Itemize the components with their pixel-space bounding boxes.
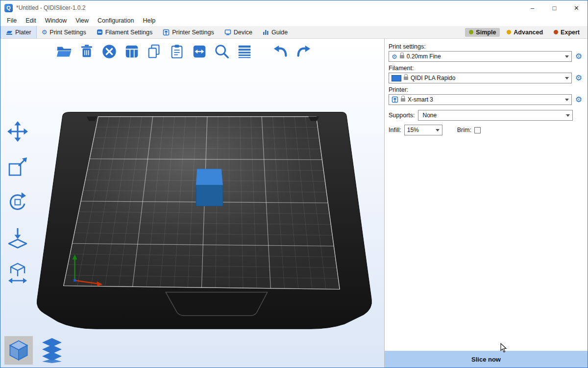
scene-3d (0, 39, 384, 368)
tab-plater-label: Plater (15, 29, 31, 36)
title-bar: Q *Untitled - QIDISlicer-1.0.2 – □ ✕ (0, 0, 588, 15)
tab-guide[interactable]: Guide (258, 26, 293, 38)
viewport-toolbar (55, 43, 312, 60)
printer-icon (163, 29, 170, 36)
settings-sidebar: Print settings: ⚙ 0.20mm Fine ⚙ Filament… (384, 39, 588, 368)
menu-edit[interactable]: Edit (21, 15, 41, 26)
supports-value: None (421, 112, 437, 119)
mode-simple-label: Simple (476, 29, 496, 36)
tab-filament-settings[interactable]: Filament Settings (92, 26, 158, 38)
tab-device[interactable]: Device (220, 26, 258, 38)
filament-color-swatch (392, 75, 401, 81)
chevron-down-icon (566, 114, 570, 117)
mode-expert[interactable]: Expert (550, 28, 584, 37)
print-settings-value: 0.20mm Fine (407, 53, 441, 60)
printer-gear-button[interactable]: ⚙ (574, 95, 584, 105)
paste-icon[interactable] (168, 43, 186, 60)
lock-icon (400, 55, 404, 58)
advanced-dot-icon (507, 30, 511, 34)
menu-file[interactable]: File (2, 15, 21, 26)
tab-guide-label: Guide (271, 29, 288, 36)
menu-configuration[interactable]: Configuration (93, 15, 138, 26)
bed-handle (166, 292, 267, 315)
window-controls: – □ ✕ (521, 0, 588, 15)
undo-icon[interactable] (272, 43, 290, 60)
minimize-button[interactable]: – (521, 0, 543, 15)
filament-icon (97, 29, 103, 35)
rotate-tool-icon[interactable] (5, 190, 30, 214)
menu-bar: File Edit Window View Configuration Help (0, 15, 588, 26)
measure-tool-icon[interactable] (5, 261, 30, 285)
maximize-button[interactable]: □ (543, 0, 565, 15)
tab-device-label: Device (234, 29, 252, 36)
move-tool-icon[interactable] (5, 119, 30, 144)
app-icon: Q (4, 4, 13, 12)
instances-icon[interactable] (191, 43, 208, 60)
infill-combo[interactable]: 15% (404, 125, 442, 135)
chevron-down-icon (565, 77, 569, 79)
brim-checkbox[interactable] (474, 127, 481, 133)
mode-advanced[interactable]: Advanced (503, 28, 547, 37)
print-settings-combo[interactable]: ⚙ 0.20mm Fine (389, 51, 572, 62)
chevron-down-icon (436, 129, 440, 131)
variable-layer-height-icon[interactable] (236, 43, 253, 60)
tab-print-settings[interactable]: ⚙ Print Settings (37, 26, 92, 38)
infill-label: Infill: (389, 127, 401, 133)
model-cube[interactable] (196, 169, 223, 206)
delete-icon[interactable] (78, 43, 96, 60)
open-folder-icon[interactable] (55, 43, 73, 60)
tab-print-settings-label: Print Settings (49, 29, 86, 36)
chevron-down-icon (565, 99, 569, 101)
search-icon[interactable] (213, 43, 231, 60)
infill-value: 15% (407, 127, 419, 133)
filament-label: Filament: (389, 65, 584, 72)
mode-advanced-label: Advanced (514, 29, 543, 36)
tab-plater[interactable]: Plater (0, 26, 37, 38)
preview-layers-view-icon[interactable] (38, 336, 66, 365)
printer-combo[interactable]: X-smart 3 (389, 94, 572, 105)
chevron-down-icon (565, 55, 569, 58)
guide-icon (263, 29, 269, 35)
gizmo-toolbar (5, 119, 30, 285)
gear-icon: ⚙ (42, 29, 48, 35)
mode-expert-label: Expert (561, 29, 580, 36)
lock-icon (404, 77, 408, 80)
filament-value: QIDI PLA Rapido (411, 75, 455, 81)
menu-window[interactable]: Window (41, 15, 71, 26)
arrange-icon[interactable] (123, 43, 141, 60)
tab-printer-settings-label: Printer Settings (172, 29, 214, 36)
place-on-face-tool-icon[interactable] (5, 225, 30, 250)
mode-simple[interactable]: Simple (465, 28, 500, 37)
printer-value: X-smart 3 (408, 96, 433, 103)
slice-now-button[interactable]: Slice now (385, 351, 588, 368)
filament-combo[interactable]: QIDI PLA Rapido (389, 73, 572, 83)
viewport-3d[interactable] (0, 39, 384, 368)
redo-icon[interactable] (294, 43, 312, 60)
close-button[interactable]: ✕ (565, 0, 588, 15)
print-settings-gear-button[interactable]: ⚙ (574, 52, 584, 61)
printer-label: Printer: (389, 86, 584, 93)
tab-filament-settings-label: Filament Settings (105, 29, 153, 36)
device-icon (224, 29, 231, 36)
editor-3d-view-icon[interactable] (4, 336, 33, 365)
gear-icon: ⚙ (392, 53, 397, 60)
lock-icon (401, 98, 405, 102)
menu-view[interactable]: View (71, 15, 93, 26)
supports-combo[interactable]: None (418, 110, 573, 121)
plater-icon (6, 29, 13, 36)
delete-all-icon[interactable] (100, 43, 118, 60)
mode-selector: Simple Advanced Expert (465, 26, 588, 38)
tab-printer-settings[interactable]: Printer Settings (158, 26, 219, 38)
printer-icon (392, 96, 398, 103)
scale-tool-icon[interactable] (5, 155, 30, 179)
print-settings-label: Print settings: (389, 43, 584, 50)
copy-icon[interactable] (146, 43, 163, 60)
menu-help[interactable]: Help (138, 15, 160, 26)
app-window: Q *Untitled - QIDISlicer-1.0.2 – □ ✕ Fil… (0, 0, 588, 368)
brim-label: Brim: (457, 127, 471, 133)
expert-dot-icon (554, 30, 558, 34)
window-title: *Untitled - QIDISlicer-1.0.2 (16, 4, 85, 11)
simple-dot-icon (469, 30, 473, 34)
supports-label: Supports: (389, 112, 415, 119)
filament-gear-button[interactable]: ⚙ (574, 73, 584, 83)
